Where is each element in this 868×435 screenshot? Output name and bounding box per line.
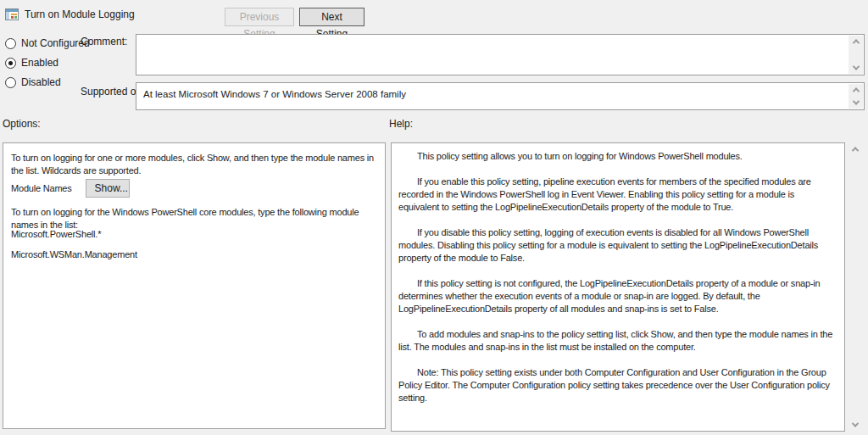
help-scrollbar[interactable] (848, 143, 862, 431)
module-name-wsman: Microsoft.WSMan.Management (11, 248, 137, 261)
radio-circle-icon[interactable] (5, 38, 16, 49)
help-paragraph: If you enable this policy setting, pipel… (398, 176, 837, 214)
scroll-up-icon[interactable] (852, 39, 859, 46)
help-panel: This policy setting allows you to turn o… (391, 142, 845, 432)
scroll-up-icon[interactable] (852, 87, 859, 94)
radio-label: Enabled (21, 57, 58, 69)
scroll-down-icon[interactable] (852, 63, 859, 70)
policy-setting-icon (5, 8, 19, 21)
help-paragraph: This policy setting allows you to turn o… (398, 150, 837, 163)
supported-on-field: At least Microsoft Windows 7 or Windows … (136, 82, 865, 110)
options-panel: To turn on logging for one or more modul… (3, 142, 386, 429)
dialog-header: Turn on Module Logging (5, 8, 135, 21)
radio-not-configured[interactable]: Not Configured (5, 37, 90, 49)
radio-circle-icon[interactable] (5, 58, 16, 69)
radio-circle-icon[interactable] (5, 77, 16, 88)
radio-disabled[interactable]: Disabled (5, 76, 61, 88)
radio-enabled[interactable]: Enabled (5, 57, 58, 69)
scroll-down-icon[interactable] (851, 420, 858, 427)
comment-scrollbar[interactable] (849, 36, 863, 74)
radio-label: Disabled (21, 76, 61, 88)
options-intro-text: To turn on logging for one or more modul… (11, 152, 375, 177)
help-label: Help: (389, 118, 413, 130)
comment-label: Comment: (81, 36, 127, 47)
page-title: Turn on Module Logging (25, 8, 135, 20)
next-setting-button[interactable]: Next Setting (299, 8, 364, 26)
help-paragraph: Note: This policy setting exists under b… (398, 366, 837, 404)
help-paragraph: If this policy setting is not configured… (398, 277, 837, 315)
previous-setting-button[interactable]: Previous Setting (225, 8, 294, 26)
radio-label: Not Configured (21, 37, 90, 49)
comment-input[interactable] (136, 34, 865, 75)
help-text: This policy setting allows you to turn o… (398, 150, 837, 417)
show-button[interactable]: Show... (86, 179, 130, 198)
supported-scrollbar[interactable] (849, 84, 863, 109)
scroll-down-icon[interactable] (852, 98, 859, 104)
module-names-row: Module Names Show... (11, 179, 130, 198)
options-label: Options: (3, 118, 41, 130)
scroll-up-icon[interactable] (851, 147, 858, 153)
help-paragraph: If you disable this policy setting, logg… (398, 226, 837, 265)
module-names-label: Module Names (11, 182, 72, 195)
help-paragraph: To add modules and snap-ins to the polic… (398, 328, 837, 354)
supported-on-value: At least Microsoft Windows 7 or Windows … (143, 89, 845, 99)
module-name-powershell: Microsoft.PowerShell.* (11, 228, 101, 241)
